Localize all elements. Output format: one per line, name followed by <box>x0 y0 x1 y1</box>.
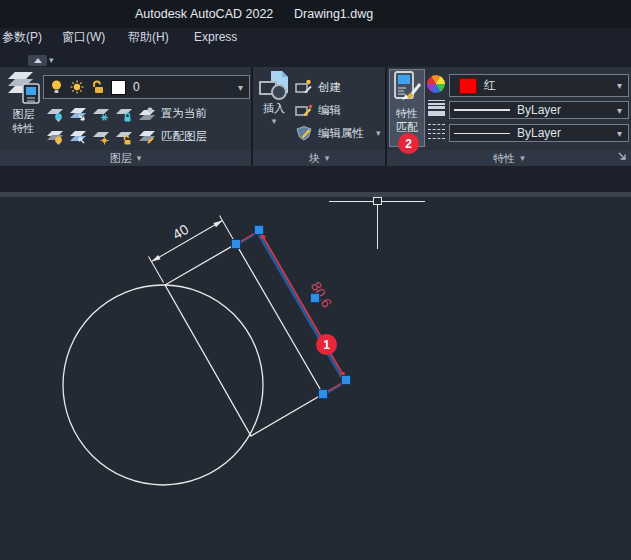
layer-lock-icon <box>115 106 134 122</box>
ribbon-lower-gap <box>0 166 631 192</box>
chevron-down-icon[interactable]: ▾ <box>49 56 54 65</box>
layer-unisolate-button[interactable] <box>67 129 90 145</box>
document-title: Drawing1.dwg <box>294 0 373 28</box>
menu-item-window[interactable]: 窗口(W) <box>62 28 105 47</box>
properties-panel-label[interactable]: 特性 ▾ <box>387 150 631 166</box>
linetype-dropdown[interactable]: ByLayer ▾ <box>449 124 629 142</box>
dimension-40[interactable]: 40 <box>149 215 235 282</box>
grip-ext-origin-top[interactable] <box>232 240 241 249</box>
grip-ext-origin-bottom[interactable] <box>319 390 328 399</box>
menu-item-help[interactable]: 帮助(H) <box>128 28 169 47</box>
layer-on-bulb-icon <box>50 80 63 94</box>
block-edit-attributes-button[interactable]: 编辑属性 ▾ <box>295 124 381 142</box>
block-panel-label[interactable]: 块 ▾ <box>253 150 385 166</box>
collapse-up-icon <box>34 58 42 63</box>
chevron-down-icon[interactable]: ▾ <box>617 105 622 116</box>
chevron-down-icon[interactable]: ▾ <box>238 82 243 93</box>
lineweight-sample-line <box>454 109 510 111</box>
circle-entity[interactable] <box>63 285 263 485</box>
model-space: 40 80.6 <box>0 197 631 560</box>
layer-dropdown[interactable]: 0 ▾ <box>43 75 250 99</box>
step-2-callout-badge: 2 <box>398 133 419 154</box>
layer-unlock-icon <box>115 129 134 145</box>
linetype-sample-line <box>454 133 510 134</box>
step-2-number: 2 <box>405 137 412 151</box>
current-layer-name: 0 <box>133 80 140 94</box>
layer-thaw-button[interactable] <box>90 129 113 145</box>
edit-attributes-label: 编辑属性 <box>318 126 364 141</box>
properties-panel-label-text: 特性 <box>493 151 515 166</box>
object-color-dropdown[interactable]: 红 ▾ <box>449 74 629 97</box>
chevron-down-icon[interactable]: ▾ <box>376 129 381 138</box>
chevron-down-icon: ▾ <box>137 154 142 163</box>
title-bar: Autodesk AutoCAD 2022 Drawing1.dwg <box>0 0 631 28</box>
layer-unlock-button[interactable] <box>113 129 136 145</box>
grip-dimline-bottom[interactable] <box>342 376 351 385</box>
block-edit-icon <box>295 102 313 118</box>
layer-set-current-icon <box>138 106 157 122</box>
properties-dialog-launcher-icon[interactable] <box>618 152 628 162</box>
chevron-down-icon: ▾ <box>272 117 277 126</box>
linetype-value: ByLayer <box>517 126 561 140</box>
edit-label: 编辑 <box>318 103 341 118</box>
layer-freeze-button[interactable] <box>90 106 113 122</box>
lineweight-icon[interactable] <box>428 100 445 116</box>
layer-off-icon <box>46 106 65 122</box>
app-title: Autodesk AutoCAD 2022 <box>135 0 273 28</box>
layer-isolate-icon <box>69 106 88 122</box>
chevron-down-icon[interactable]: ▾ <box>617 80 622 91</box>
insert-block-icon <box>258 69 290 101</box>
step-1-number: 1 <box>323 338 330 352</box>
layer-on-all-button[interactable] <box>44 129 67 145</box>
layer-match-button[interactable] <box>136 129 159 145</box>
block-create-icon <box>295 79 313 95</box>
layer-unlock-icon <box>91 80 104 94</box>
layer-on-all-icon <box>46 129 65 145</box>
layer-tools-row-2: 匹配图层 <box>44 126 250 147</box>
layer-unisolate-icon <box>69 129 88 145</box>
layers-panel-label[interactable]: 图层 ▾ <box>0 150 251 166</box>
current-color-name: 红 <box>484 77 496 94</box>
menu-item-express[interactable]: Express <box>194 28 237 47</box>
layer-off-button[interactable] <box>44 106 67 122</box>
color-wheel-icon[interactable] <box>427 75 445 93</box>
ribbon-tab-strip <box>0 47 631 67</box>
layer-match-icon <box>138 129 157 145</box>
grip-text[interactable] <box>311 294 320 303</box>
layer-properties-label-2: 特性 <box>13 121 35 135</box>
block-edit-button[interactable]: 编辑 <box>295 101 341 119</box>
match-layer-label[interactable]: 匹配图层 <box>161 129 207 144</box>
chevron-down-icon[interactable]: ▾ <box>617 128 622 139</box>
linetype-icon[interactable] <box>428 124 445 139</box>
layer-lock-button[interactable] <box>113 106 136 122</box>
current-color-swatch <box>459 78 477 94</box>
match-properties-label-2: 匹配 <box>396 120 418 134</box>
set-current-label[interactable]: 置为当前 <box>161 106 207 121</box>
layer-color-swatch <box>111 80 126 95</box>
ribbon-collapse-button[interactable] <box>28 55 47 66</box>
match-properties-label-1: 特性 <box>396 106 418 120</box>
insert-block-button[interactable]: 插入 ▾ <box>256 69 292 148</box>
chevron-down-icon: ▾ <box>325 154 330 163</box>
grip-dimline-top[interactable] <box>255 226 264 235</box>
drawing-canvas[interactable]: 40 80.6 <box>0 197 631 560</box>
step-1-callout-badge: 1 <box>316 334 337 355</box>
layer-tools-row-1: 置为当前 <box>44 103 250 124</box>
layer-properties-label-1: 图层 <box>13 107 35 121</box>
block-edit-attributes-icon <box>295 125 313 141</box>
menu-item-parameters[interactable]: 参数(P) <box>2 28 42 47</box>
rectangle-entity[interactable] <box>165 244 323 436</box>
autocad-window: Autodesk AutoCAD 2022 Drawing1.dwg 参数(P)… <box>0 0 631 560</box>
layer-set-current-button[interactable] <box>136 106 159 122</box>
layer-thaw-icon <box>92 129 111 145</box>
chevron-down-icon: ▾ <box>520 154 525 163</box>
layer-isolate-button[interactable] <box>67 106 90 122</box>
block-create-button[interactable]: 创建 <box>295 78 341 96</box>
crosshair-cursor <box>329 197 425 249</box>
insert-label: 插入 <box>263 101 285 115</box>
dimension-80-6-selected[interactable]: 80.6 <box>239 228 350 393</box>
layer-properties-button[interactable]: 图层 特性 <box>3 69 44 148</box>
lineweight-value: ByLayer <box>517 103 561 117</box>
lineweight-dropdown[interactable]: ByLayer ▾ <box>449 101 629 119</box>
selection-grips <box>232 226 351 399</box>
